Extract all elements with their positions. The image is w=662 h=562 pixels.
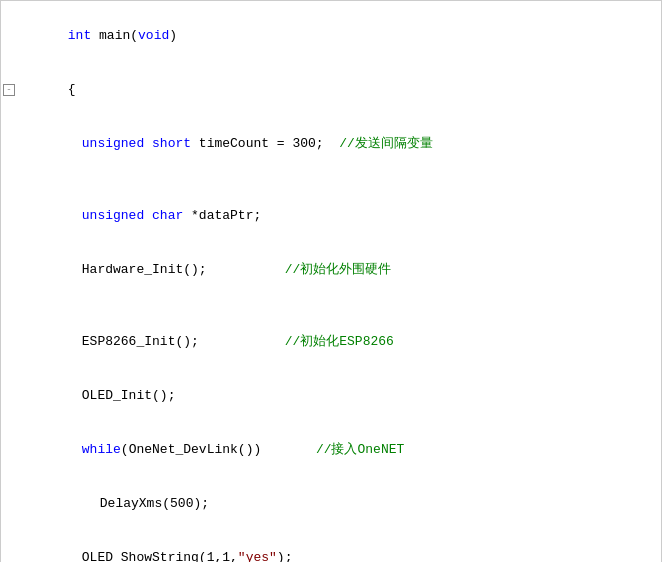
- code-text: OLED_ShowString(1,1,: [82, 550, 238, 562]
- gutter: [1, 297, 17, 315]
- gutter: [1, 531, 17, 562]
- code-line: unsigned short timeCount = 300; //发送间隔变量: [1, 117, 661, 171]
- code-line: [1, 171, 661, 189]
- keyword: while: [82, 442, 121, 457]
- keyword: unsigned: [82, 208, 152, 223]
- keyword: void: [138, 28, 169, 43]
- keyword: int: [68, 28, 99, 43]
- code-line: DelayXms(500);: [1, 477, 661, 531]
- gutter: [1, 243, 17, 297]
- code-line: [1, 297, 661, 315]
- code-editor: int main(void) - { unsigned short timeCo…: [0, 0, 662, 562]
- line-content: ESP8266_Init(); //初始化ESP8266: [17, 315, 661, 369]
- code-text: timeCount = 300;: [199, 136, 339, 151]
- line-content: [17, 171, 661, 189]
- line-content: Hardware_Init(); //初始化外围硬件: [17, 243, 661, 297]
- line-content: OLED_Init();: [17, 369, 661, 423]
- code-line: unsigned char *dataPtr;: [1, 189, 661, 243]
- code-text: ESP8266_Init();: [82, 334, 285, 349]
- gutter: [1, 171, 17, 189]
- gutter: [1, 117, 17, 171]
- punctuation: ): [169, 28, 177, 43]
- line-content: DelayXms(500);: [17, 477, 661, 531]
- gutter: [1, 9, 17, 63]
- code-line: - {: [1, 63, 661, 117]
- gutter: [1, 477, 17, 531]
- line-content: unsigned short timeCount = 300; //发送间隔变量: [17, 117, 661, 171]
- line-content: while(OneNet_DevLink()) //接入OneNET: [17, 423, 661, 477]
- punctuation: (: [130, 28, 138, 43]
- fold-icon[interactable]: -: [3, 84, 15, 96]
- code-text: DelayXms(500);: [100, 496, 209, 511]
- gutter: [1, 423, 17, 477]
- string-literal: "yes": [238, 550, 277, 562]
- code-text: Hardware_Init();: [82, 262, 285, 277]
- comment: //接入OneNET: [316, 442, 404, 457]
- code-line: OLED_Init();: [1, 369, 661, 423]
- gutter: [1, 189, 17, 243]
- comment: //初始化外围硬件: [285, 262, 392, 277]
- keyword: unsigned: [82, 136, 152, 151]
- gutter: [1, 369, 17, 423]
- line-content: {: [17, 63, 661, 117]
- keyword: char: [152, 208, 191, 223]
- code-line: OLED_ShowString(1,1,"yes");: [1, 531, 661, 562]
- line-content: OLED_ShowString(1,1,"yes");: [17, 531, 661, 562]
- code-line: Hardware_Init(); //初始化外围硬件: [1, 243, 661, 297]
- gutter: [1, 315, 17, 369]
- line-content: int main(void): [17, 9, 661, 63]
- identifier: main: [99, 28, 130, 43]
- code-text: *dataPtr;: [191, 208, 261, 223]
- comment: //初始化ESP8266: [285, 334, 394, 349]
- code-line: while(OneNet_DevLink()) //接入OneNET: [1, 423, 661, 477]
- code-text: (OneNet_DevLink()): [121, 442, 316, 457]
- brace: {: [68, 82, 76, 97]
- code-text: OLED_Init();: [82, 388, 176, 403]
- keyword: short: [152, 136, 199, 151]
- code-line: ESP8266_Init(); //初始化ESP8266: [1, 315, 661, 369]
- comment: //发送间隔变量: [339, 136, 433, 151]
- gutter: -: [1, 63, 17, 117]
- line-content: [17, 297, 661, 315]
- code-text: );: [277, 550, 293, 562]
- line-content: unsigned char *dataPtr;: [17, 189, 661, 243]
- code-line: int main(void): [1, 9, 661, 63]
